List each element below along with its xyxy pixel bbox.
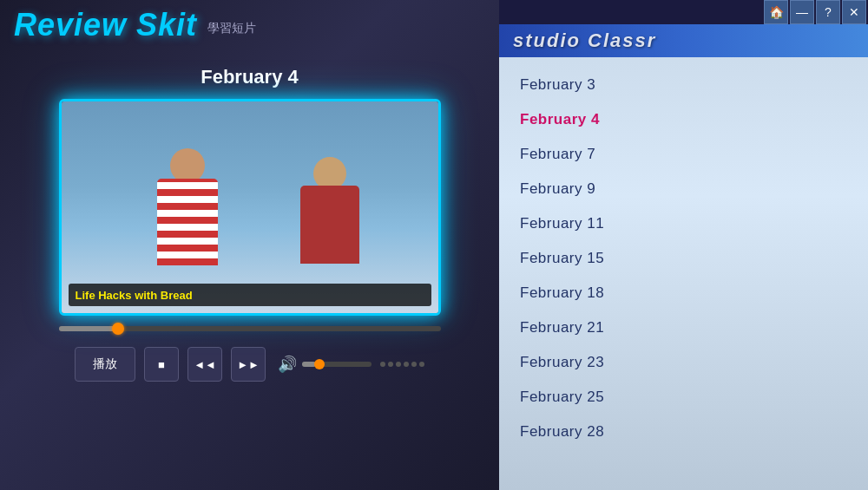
subtitle-bar: Life Hacks with Bread	[69, 284, 431, 306]
episode-item[interactable]: February 18	[499, 276, 868, 310]
player-controls: 播放 ■ ◄◄ ►► 🔊	[75, 347, 424, 382]
progress-thumb[interactable]	[112, 323, 124, 335]
help-button[interactable]: ?	[816, 0, 840, 24]
app-subtitle: 學習短片	[207, 21, 256, 36]
vol-dot-1	[380, 362, 385, 367]
progress-bar[interactable]	[59, 326, 441, 331]
episode-item[interactable]: February 11	[499, 206, 868, 241]
volume-slider[interactable]	[302, 362, 372, 367]
person2	[291, 157, 369, 287]
episode-item[interactable]: February 4	[499, 102, 868, 137]
subtitle-text: Life Hacks with Bread	[76, 289, 193, 302]
volume-thumb[interactable]	[314, 359, 325, 369]
studio-title: studio Classr	[513, 29, 656, 52]
episode-item[interactable]: February 15	[499, 241, 868, 276]
episode-item[interactable]: February 25	[499, 380, 868, 415]
episode-item[interactable]: February 28	[499, 415, 868, 449]
close-button[interactable]: ✕	[842, 0, 866, 24]
episode-item[interactable]: February 23	[499, 345, 868, 380]
vol-dot-5	[411, 362, 417, 367]
person1-body	[157, 179, 218, 265]
top-bar: 🏠 — ? ✕	[499, 0, 868, 24]
person1	[148, 148, 227, 287]
studio-header: studio Classr	[499, 24, 868, 57]
stop-button[interactable]: ■	[144, 347, 179, 382]
left-panel: Review Skit 學習短片 February 4 Life Hacks w…	[0, 0, 499, 490]
vol-dot-3	[396, 362, 401, 367]
forward-button[interactable]: ►►	[231, 347, 266, 382]
progress-fill	[59, 326, 116, 331]
person2-body	[300, 186, 359, 264]
app-header: Review Skit 學習短片	[0, 0, 499, 50]
minimize-button[interactable]: —	[790, 0, 814, 24]
episode-title: February 4	[201, 66, 299, 88]
video-player[interactable]: Life Hacks with Bread	[59, 99, 441, 316]
episode-item[interactable]: February 9	[499, 172, 868, 206]
volume-icon: 🔊	[278, 355, 297, 374]
volume-dots	[380, 362, 424, 367]
home-button[interactable]: 🏠	[764, 0, 788, 24]
vol-dot-4	[404, 362, 409, 367]
person1-head	[170, 148, 205, 183]
play-button[interactable]: 播放	[75, 347, 135, 382]
vol-dot-2	[388, 362, 393, 367]
volume-area: 🔊	[278, 355, 424, 374]
episode-list: February 3February 4February 7February 9…	[499, 57, 868, 490]
video-scene: Life Hacks with Bread	[62, 101, 438, 313]
episode-item[interactable]: February 21	[499, 310, 868, 345]
episode-item[interactable]: February 3	[499, 68, 868, 102]
rewind-button[interactable]: ◄◄	[187, 347, 222, 382]
right-panel: 🏠 — ? ✕ studio Classr February 3February…	[499, 0, 868, 490]
episode-item[interactable]: February 7	[499, 137, 868, 172]
vol-dot-6	[419, 362, 424, 367]
app-title: Review Skit	[14, 7, 197, 43]
kitchen-background	[62, 101, 438, 313]
